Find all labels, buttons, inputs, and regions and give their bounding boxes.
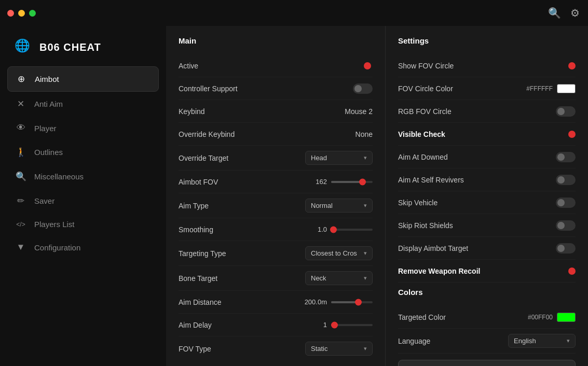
maximize-button[interactable]: [29, 10, 36, 17]
sidebar-item-anti-aim[interactable]: ✕ Anti Aim: [7, 92, 159, 116]
aimbot-fov-thumb[interactable]: [359, 178, 366, 185]
override-target-dropdown[interactable]: Head ▾: [305, 151, 373, 165]
visible-check-indicator: [568, 131, 576, 138]
aim-delay-track[interactable]: [331, 324, 373, 326]
smoothing-track[interactable]: [331, 229, 373, 231]
aimbot-fov-label: Aimbot FOV: [179, 178, 218, 186]
skip-vehicle-toggle-dot: [557, 199, 565, 206]
show-fov-circle-indicator: [568, 62, 576, 69]
close-button[interactable]: [7, 10, 14, 17]
language-label: Language: [398, 337, 430, 345]
sidebar-item-label: Aimbot: [35, 75, 59, 83]
override-keybind-label: Override Keybind: [179, 130, 235, 138]
row-aimbot-fov: Aimbot FOV 162: [179, 171, 373, 193]
display-aimbot-target-toggle-dot: [557, 245, 565, 252]
override-target-label: Override Target: [179, 154, 228, 162]
aim-distance-value: 200.0m: [305, 298, 373, 306]
targeting-type-dropdown-text: Closest to Cros: [311, 249, 357, 257]
active-label: Active: [179, 62, 198, 70]
row-active: Active: [179, 54, 373, 77]
minimize-button[interactable]: [18, 10, 25, 17]
bone-target-dropdown[interactable]: Neck ▾: [305, 271, 373, 285]
aim-at-self-revivers-toggle[interactable]: [556, 175, 576, 185]
sidebar-item-label: Miscellaneous: [34, 172, 84, 181]
aimbot-fov-track[interactable]: [331, 181, 373, 183]
keybind-text: Mouse 2: [345, 107, 373, 116]
sidebar-item-miscellaneous[interactable]: 🔍 Miscellaneous: [7, 164, 159, 189]
keybind-label: Keybind: [179, 107, 205, 116]
aim-type-dropdown[interactable]: Normal ▾: [305, 199, 373, 213]
aim-at-downed-value: [556, 152, 576, 162]
sidebar-item-outlines[interactable]: 🚶 Outlines: [7, 140, 159, 164]
fov-circle-color-box[interactable]: [557, 84, 576, 93]
search-icon[interactable]: 🔍: [548, 7, 561, 19]
aimbot-fov-fill: [331, 181, 362, 183]
bone-target-value: Neck ▾: [305, 271, 373, 285]
fov-type-label: FOV Type: [179, 345, 211, 353]
row-controller-support: Controller Support: [179, 77, 373, 100]
fov-type-dropdown-arrow: ▾: [364, 345, 367, 352]
fov-circle-color-hex: #FFFFFF: [526, 85, 553, 92]
aim-type-dropdown-arrow: ▾: [364, 202, 367, 209]
aim-at-downed-label: Aim At Downed: [398, 153, 448, 161]
aim-distance-thumb[interactable]: [355, 299, 362, 305]
fov-circle-color-value: #FFFFFF: [526, 84, 576, 93]
row-rgb-fov-circle: RGB FOV Circle: [398, 100, 576, 123]
colors-title: Colors: [398, 288, 576, 297]
aim-distance-val: 200.0m: [305, 298, 327, 306]
sidebar-item-saver[interactable]: ✏ Saver: [7, 189, 159, 213]
override-target-dropdown-text: Head: [311, 154, 327, 162]
aim-at-self-revivers-label: Aim At Self Revivers: [398, 176, 464, 184]
player-icon: 👁: [16, 123, 26, 133]
aim-delay-thumb[interactable]: [331, 321, 338, 328]
rgb-fov-circle-toggle[interactable]: [556, 106, 576, 117]
settings-panel-title: Settings: [398, 36, 576, 45]
aim-at-downed-toggle[interactable]: [556, 152, 576, 162]
saver-icon: ✏: [16, 195, 26, 206]
colors-divider: Colors: [398, 288, 576, 297]
controller-support-value: [353, 83, 373, 94]
aimbot-icon: ⊕: [16, 74, 26, 85]
sidebar-item-aimbot[interactable]: ⊕ Aimbot: [7, 66, 159, 92]
skip-riot-shields-toggle[interactable]: [556, 220, 576, 231]
controller-support-toggle[interactable]: [353, 83, 373, 94]
settings-panel: Settings Show FOV Circle FOV Circle Colo…: [386, 26, 588, 366]
active-toggle[interactable]: [353, 61, 373, 71]
remove-weapon-recoil-label: Remove Weapon Recoil: [398, 267, 480, 275]
override-target-dropdown-arrow: ▾: [364, 154, 367, 161]
fov-type-dropdown-text: Static: [311, 345, 328, 353]
sidebar-item-player[interactable]: 👁 Player: [7, 116, 159, 140]
visible-check-label: Visible Check: [398, 130, 445, 138]
language-dropdown[interactable]: English ▾: [508, 334, 576, 348]
skip-vehicle-toggle[interactable]: [556, 198, 576, 208]
aim-distance-track[interactable]: [331, 301, 373, 303]
aim-delay-value: 1: [306, 321, 373, 329]
row-aim-type: Aim Type Normal ▾: [179, 193, 373, 218]
row-targeting-type: Targeting Type Closest to Cros ▾: [179, 241, 373, 266]
row-show-fov-circle: Show FOV Circle: [398, 54, 576, 77]
sidebar-item-label: Anti Aim: [34, 100, 63, 108]
players-list-icon: </>: [16, 221, 26, 228]
configuration-icon: ▼: [16, 242, 26, 252]
row-aim-distance: Aim Distance 200.0m: [179, 291, 373, 314]
aim-distance-fill: [331, 301, 358, 303]
targeted-color-hex: #00FF00: [528, 314, 553, 321]
visible-check-value: [568, 131, 576, 138]
sidebar-item-players-list[interactable]: </> Players List: [7, 213, 159, 235]
fov-type-dropdown[interactable]: Static ▾: [305, 342, 373, 356]
settings-icon[interactable]: ⚙: [570, 7, 580, 19]
sidebar-item-configuration[interactable]: ▼ Configuration: [7, 235, 159, 259]
smoothing-value: 1.0: [306, 226, 373, 233]
targeting-type-dropdown[interactable]: Closest to Cros ▾: [305, 246, 373, 260]
aim-at-self-revivers-toggle-dot: [557, 176, 565, 184]
skip-vehicle-value: [556, 198, 576, 208]
display-aimbot-target-toggle[interactable]: [556, 243, 576, 254]
override-target-value: Head ▾: [305, 151, 373, 165]
targeted-color-box[interactable]: [557, 313, 576, 322]
load-legit-settings-button[interactable]: Load Legit Settings: [398, 360, 576, 366]
logo-icon: 🌐: [15, 38, 32, 56]
aim-delay-val: 1: [306, 321, 327, 329]
bone-target-dropdown-arrow: ▾: [364, 275, 367, 281]
smoothing-thumb[interactable]: [330, 226, 337, 233]
row-language: Language English ▾: [398, 329, 576, 354]
